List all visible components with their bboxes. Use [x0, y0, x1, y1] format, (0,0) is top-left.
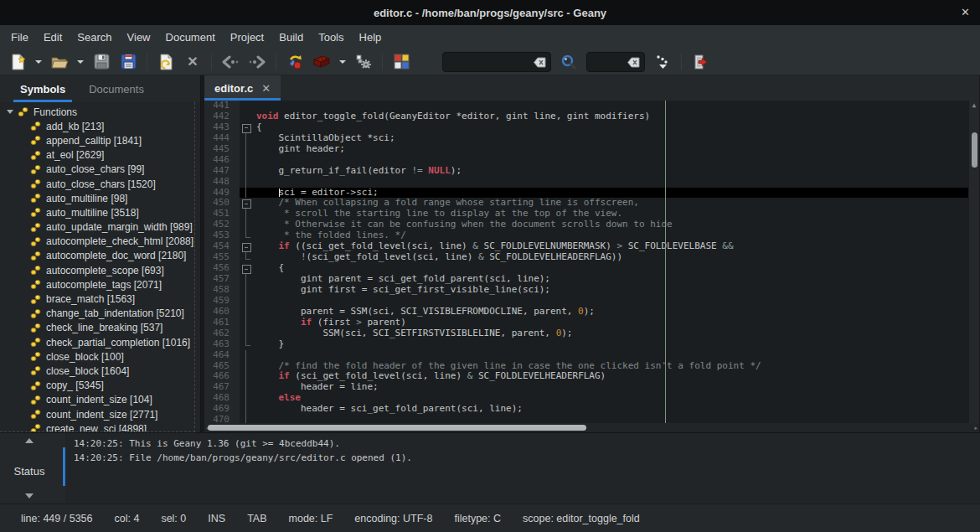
navigate-forward-button[interactable]: [245, 51, 270, 73]
line-number[interactable]: 445: [204, 144, 240, 155]
fold-marker-icon[interactable]: [240, 198, 253, 209]
scroll-right-icon[interactable]: ▸: [974, 425, 977, 431]
build-button[interactable]: [309, 51, 334, 73]
sidebar-tab-documents[interactable]: Documents: [79, 75, 154, 102]
code-line[interactable]: 455 !(sci_get_fold_level(sci, line) & SC…: [204, 252, 979, 263]
code-line[interactable]: 469 header = sci_get_fold_parent(sci, li…: [204, 404, 979, 415]
open-file-button[interactable]: [47, 51, 72, 73]
code-text[interactable]: gint header;: [253, 144, 979, 155]
symbol-item[interactable]: copy_ [5345]: [0, 379, 194, 393]
find-button[interactable]: [556, 51, 581, 73]
close-document-button[interactable]: ✕: [180, 51, 205, 73]
symbol-item[interactable]: create_new_sci [4898]: [0, 421, 194, 432]
symbol-item[interactable]: close_block [100]: [0, 349, 194, 364]
line-number[interactable]: 464: [204, 350, 240, 361]
fold-marker-icon[interactable]: [240, 241, 253, 252]
build-dropdown[interactable]: [336, 51, 349, 73]
fold-marker-icon[interactable]: [240, 122, 253, 133]
line-number[interactable]: 448: [204, 177, 240, 188]
tab-editor-c[interactable]: editor.c ✕: [204, 75, 281, 101]
tab-close-icon[interactable]: ✕: [261, 82, 271, 95]
code-text[interactable]: header = line;: [253, 382, 979, 393]
tab-scroll-up-icon[interactable]: [25, 438, 34, 443]
symbol-item[interactable]: autocomplete_tags [2071]: [0, 277, 194, 292]
symbol-item[interactable]: check_line_breaking [537]: [0, 321, 194, 335]
symbol-item[interactable]: autocomplete_check_html [2088]: [0, 235, 194, 249]
open-file-dropdown[interactable]: [74, 51, 87, 73]
line-number[interactable]: 444: [204, 133, 240, 144]
symbol-item[interactable]: close_block [1604]: [0, 364, 194, 378]
status-message-row[interactable]: 14:20:25: File /home/ban/progs/geany/src…: [74, 451, 980, 465]
status-message-row[interactable]: 14:20:25: This is Geany 1.36 (git >= 4bc…: [74, 436, 980, 451]
save-button[interactable]: [89, 51, 114, 73]
menu-edit[interactable]: Edit: [36, 27, 70, 48]
line-number[interactable]: 458: [204, 285, 240, 296]
line-number[interactable]: 446: [204, 155, 240, 166]
line-number[interactable]: 462: [204, 328, 240, 339]
menu-view[interactable]: View: [120, 27, 158, 48]
menu-document[interactable]: Document: [158, 27, 223, 48]
code-text[interactable]: ScintillaObject *sci;: [253, 133, 979, 144]
revert-button[interactable]: [153, 51, 178, 73]
tab-scroll-down-icon[interactable]: [25, 493, 34, 498]
menu-project[interactable]: Project: [223, 27, 271, 48]
expander-icon[interactable]: [7, 110, 13, 114]
code-text[interactable]: g_return_if_fail(editor != NULL);: [253, 166, 979, 177]
symbol-item[interactable]: autocomplete_doc_word [2180]: [0, 249, 194, 263]
new-file-dropdown[interactable]: [32, 51, 45, 73]
symbol-item[interactable]: brace_match [1563]: [0, 292, 194, 306]
code-text[interactable]: void editor_toggle_fold(GeanyEditor *edi…: [253, 111, 979, 122]
clear-goto-icon[interactable]: [627, 57, 640, 68]
line-number[interactable]: 460: [204, 307, 240, 318]
symbol-item[interactable]: count_indent_size [104]: [0, 393, 194, 407]
line-number[interactable]: 461: [204, 318, 240, 328]
symbol-item[interactable]: auto_close_chars [99]: [0, 163, 194, 177]
vscroll-thumb[interactable]: [972, 132, 977, 168]
hscroll-thumb[interactable]: [208, 425, 586, 431]
menu-file[interactable]: File: [3, 27, 36, 48]
code-line[interactable]: 445 gint header;: [204, 144, 979, 155]
symbol-item[interactable]: append_calltip [1841]: [0, 133, 194, 147]
code-line[interactable]: 458 gint first = sci_get_first_visible_l…: [204, 285, 979, 296]
run-button[interactable]: [351, 51, 376, 73]
fold-marker-icon[interactable]: [240, 263, 253, 274]
line-number[interactable]: 457: [204, 274, 240, 285]
symbol-item[interactable]: auto_multiline [98]: [0, 191, 194, 205]
menu-build[interactable]: Build: [271, 27, 311, 48]
code-text[interactable]: [253, 415, 979, 423]
symbol-item[interactable]: count_indent_size [2771]: [0, 407, 194, 421]
line-number[interactable]: 470: [204, 415, 240, 423]
save-all-button[interactable]: [116, 51, 141, 73]
code-line[interactable]: 442void editor_toggle_fold(GeanyEditor *…: [204, 111, 979, 122]
code-line[interactable]: 467 header = line;: [204, 382, 979, 393]
line-number[interactable]: 443: [204, 122, 240, 133]
line-number[interactable]: 447: [204, 166, 240, 177]
tab-status[interactable]: Status: [0, 465, 59, 478]
vertical-scrollbar[interactable]: ▲: [968, 101, 979, 423]
line-number[interactable]: 459: [204, 296, 240, 307]
code-text[interactable]: gint first = sci_get_first_visible_line(…: [253, 285, 979, 296]
symbol-item[interactable]: at_eol [2629]: [0, 148, 194, 163]
code-text[interactable]: }: [253, 339, 979, 350]
code-editor[interactable]: 441442void editor_toggle_fold(GeanyEdito…: [204, 101, 979, 423]
code-text[interactable]: header = sci_get_fold_parent(sci, line);: [253, 404, 979, 415]
menu-help[interactable]: Help: [352, 27, 389, 48]
code-line[interactable]: 462 SSM(sci, SCI_SETFIRSTVISIBLELINE, pa…: [204, 328, 979, 339]
symbol-item[interactable]: auto_update_margin_width [989]: [0, 220, 194, 235]
clear-search-icon[interactable]: [534, 57, 546, 68]
code-text[interactable]: SSM(sci, SCI_SETFIRSTVISIBLELINE, parent…: [253, 328, 979, 339]
line-number[interactable]: 463: [204, 339, 240, 350]
symbol-item[interactable]: auto_multiline [3518]: [0, 205, 194, 220]
color-chooser-button[interactable]: [389, 51, 414, 73]
quit-button[interactable]: [688, 51, 713, 73]
code-line[interactable]: 470: [204, 415, 979, 423]
symbol-item[interactable]: change_tab_indentation [5210]: [0, 307, 194, 321]
navigate-back-button[interactable]: [218, 51, 243, 73]
code-text[interactable]: !(sci_get_fold_level(sci, line) & SC_FOL…: [253, 252, 979, 263]
line-number[interactable]: 441: [204, 101, 240, 111]
sidebar-tab-symbols[interactable]: Symbols: [10, 75, 75, 102]
new-file-button[interactable]: [5, 51, 30, 73]
scroll-up-icon[interactable]: ▲: [969, 101, 979, 111]
goto-line-entry[interactable]: [586, 52, 645, 72]
symbol-item[interactable]: autocomplete_scope [693]: [0, 263, 194, 277]
